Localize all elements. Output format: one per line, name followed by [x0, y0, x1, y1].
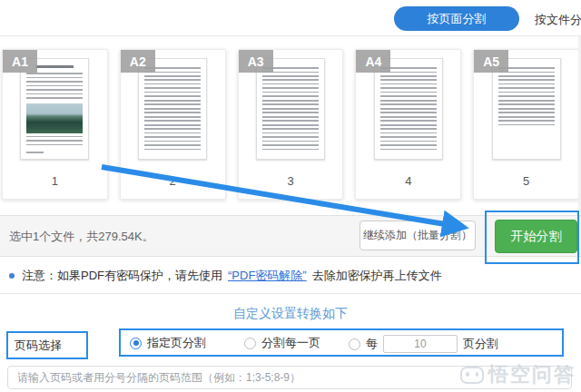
- thumb-label: A5: [474, 50, 508, 73]
- radio-label-prefix: 每: [366, 336, 378, 352]
- action-bar: 选中1个文件，共279.54K。 继续添加（批量分割） 开始分割: [0, 215, 581, 257]
- page-preview: [374, 58, 443, 160]
- bullet-dot-icon: [9, 273, 15, 279]
- thumb-page-number: 3: [239, 174, 343, 188]
- radio-unselected-icon[interactable]: [244, 338, 256, 349]
- split-by-file-button[interactable]: 按文件分割: [535, 12, 581, 28]
- page-text-lines: [380, 67, 437, 151]
- start-split-button[interactable]: 开始分割: [495, 220, 577, 253]
- thumbnail-strip: A1 1 A2 2 A3 3 A4: [0, 36, 581, 211]
- radio-split-specified-pages[interactable]: 指定页分割: [130, 335, 206, 351]
- page-text-lines: [26, 73, 83, 101]
- continue-add-button[interactable]: 继续添加（批量分割）: [359, 220, 476, 250]
- pdf-page-thumbnail[interactable]: A4 4: [355, 49, 461, 200]
- note-prefix: 注意：如果PDF有密码保护，请先使用: [22, 268, 222, 284]
- thumb-label: A2: [121, 50, 155, 73]
- page-title-line: [35, 65, 74, 68]
- thumb-page-number: 2: [121, 174, 225, 188]
- page-text-lines: [262, 67, 319, 151]
- pages-per-split-input[interactable]: [383, 335, 458, 353]
- thumb-page-number: 1: [3, 174, 107, 188]
- thumb-label: A1: [3, 50, 37, 73]
- radio-unselected-icon[interactable]: [349, 338, 360, 350]
- radio-split-every-n-pages[interactable]: 每 页分割: [349, 335, 498, 353]
- radio-label: 分割每一页: [261, 335, 320, 351]
- thumb-page-number: 4: [356, 174, 460, 188]
- radio-label-suffix: 页分割: [463, 336, 498, 352]
- page-text-lines: [26, 152, 44, 153]
- radio-split-every-page[interactable]: 分割每一页: [244, 335, 320, 351]
- page-preview: [256, 58, 325, 160]
- pdf-page-thumbnail[interactable]: A1 1: [2, 49, 108, 200]
- header-bar: 按页面分割 按文件分割: [0, 0, 581, 36]
- settings-heading: 自定义设置转换如下: [0, 306, 581, 322]
- pdf-page-thumbnail[interactable]: A3 3: [238, 49, 344, 200]
- note-row: 注意：如果PDF有密码保护，请先使用 “PDF密码解除” 去除加密保护再上传文件: [0, 258, 581, 294]
- page-preview: [492, 58, 561, 160]
- thumb-label: A3: [239, 50, 273, 73]
- thumb-label: A4: [356, 50, 390, 73]
- radio-selected-icon[interactable]: [130, 338, 142, 349]
- split-by-page-button[interactable]: 按页面分割: [394, 6, 519, 31]
- page-text-lines: [144, 67, 201, 151]
- pdf-page-thumbnail[interactable]: A2 2: [120, 49, 226, 200]
- page-photo: [26, 103, 83, 133]
- radio-label: 指定页分割: [147, 335, 206, 351]
- selection-summary: 选中1个文件，共279.54K。: [9, 229, 154, 245]
- pdf-page-thumbnail[interactable]: A5 5: [473, 49, 579, 200]
- page-text-lines: [498, 67, 555, 125]
- note-suffix: 去除加密保护再上传文件: [312, 268, 442, 284]
- thumb-page-number: 5: [474, 174, 578, 188]
- page-preview: [20, 58, 89, 160]
- pdf-password-remove-link[interactable]: “PDF密码解除”: [228, 268, 307, 284]
- page-range-input[interactable]: [7, 366, 572, 389]
- page-select-label: 页码选择: [15, 338, 62, 354]
- page-text-lines: [26, 136, 83, 148]
- page-preview: [138, 58, 207, 160]
